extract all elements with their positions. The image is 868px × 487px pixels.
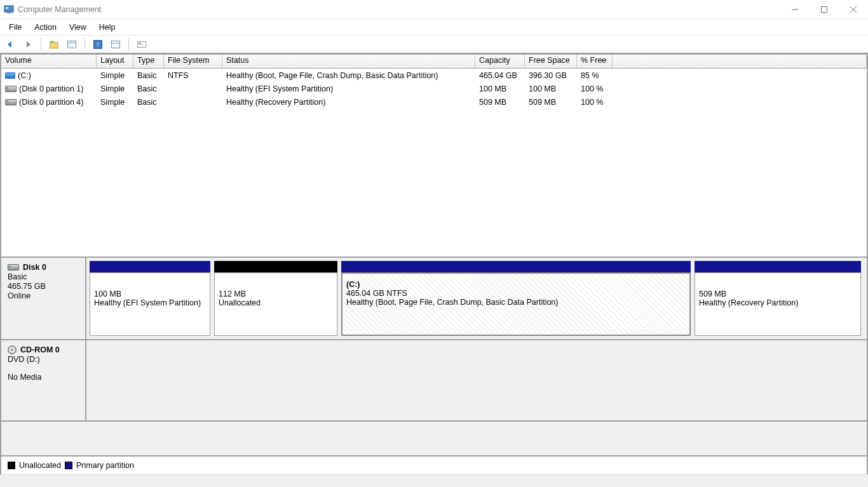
volume-status: Healthy (EFI System Partition) [222, 84, 475, 94]
col-capacity[interactable]: Capacity [475, 55, 525, 68]
forward-button[interactable] [20, 37, 36, 51]
close-button[interactable] [839, 0, 868, 19]
svg-rect-8 [68, 41, 76, 48]
settings-icon[interactable] [134, 37, 149, 51]
legend-swatch-primary [65, 462, 72, 469]
menu-help[interactable]: Help [93, 22, 122, 33]
hdd-icon [8, 264, 19, 270]
legend-swatch-unallocated [8, 462, 15, 469]
help-icon[interactable]: ? [90, 37, 105, 51]
partition-size: 509 MB [699, 290, 857, 298]
volume-list-pane: Volume Layout Type File System Status Ca… [1, 53, 867, 258]
partition-body: (C:)465.04 GB NTFSHealthy (Boot, Page Fi… [341, 272, 691, 336]
partition-size: 100 MB [94, 290, 206, 298]
svg-rect-18 [139, 43, 141, 44]
disk0-state: Online [8, 291, 81, 300]
col-status[interactable]: Status [222, 55, 475, 68]
disk0-map: 100 MBHealthy (EFI System Partition)112 … [86, 258, 867, 339]
minimize-button[interactable] [780, 0, 810, 19]
volume-pfree: 100 % [577, 84, 613, 94]
cdrom-map [86, 340, 867, 420]
volume-layout: Simple [97, 70, 133, 81]
content: Volume Layout Type File System Status Ca… [0, 53, 868, 474]
volume-capacity: 100 MB [475, 84, 525, 94]
volume-fs [164, 88, 222, 90]
volume-free: 509 MB [525, 97, 577, 107]
svg-rect-2 [7, 12, 11, 13]
partition-body: 112 MBUnallocated [214, 272, 337, 336]
partition-label: (C:) [346, 280, 686, 289]
volume-layout: Simple [97, 84, 133, 94]
back-button[interactable] [3, 37, 18, 51]
volume-capacity: 509 MB [475, 97, 525, 107]
col-fs[interactable]: File System [164, 55, 222, 68]
menu-file[interactable]: File [3, 22, 28, 33]
drive-icon [5, 72, 15, 79]
cdrom-info[interactable]: CD-ROM 0 DVD (D:) No Media [1, 340, 86, 420]
menu-action[interactable]: Action [28, 22, 63, 33]
partition-size: 465.04 GB NTFS [346, 289, 686, 298]
volume-header-row: Volume Layout Type File System Status Ca… [1, 55, 867, 69]
disk0-type: Basic [8, 272, 81, 281]
col-filler [613, 55, 867, 68]
svg-rect-7 [50, 43, 58, 48]
partition-body: 509 MBHealthy (Recovery Partition) [695, 272, 861, 336]
volume-free: 396.30 GB [525, 70, 577, 81]
disk0-size: 465.75 GB [8, 282, 81, 291]
volume-row[interactable]: (Disk 0 partition 4)SimpleBasicHealthy (… [1, 95, 867, 109]
list-icon[interactable] [108, 37, 123, 51]
svg-text:?: ? [97, 41, 100, 48]
col-free[interactable]: Free Space [525, 55, 577, 68]
volume-free: 100 MB [525, 84, 577, 94]
volume-row[interactable]: (C:)SimpleBasicNTFSHealthy (Boot, Page F… [1, 69, 867, 82]
partition-status: Healthy (Boot, Page File, Crash Dump, Ba… [346, 298, 686, 307]
partition[interactable]: 509 MBHealthy (Recovery Partition) [695, 261, 861, 336]
col-pfree[interactable]: % Free [577, 55, 613, 68]
partition[interactable]: 112 MBUnallocated [214, 261, 337, 336]
toolbar: ? [0, 36, 868, 53]
maximize-button[interactable] [810, 0, 839, 19]
svg-rect-4 [822, 6, 827, 12]
volume-type: Basic [133, 70, 164, 81]
volume-capacity: 465.04 GB [475, 70, 525, 81]
statusbar [0, 474, 868, 487]
menu-view[interactable]: View [63, 22, 93, 33]
volume-pfree: 100 % [577, 97, 613, 107]
volume-layout: Simple [97, 97, 133, 107]
col-volume[interactable]: Volume [1, 55, 97, 68]
svg-rect-1 [6, 7, 8, 9]
partition-status: Unallocated [219, 298, 333, 307]
volume-status: Healthy (Recovery Partition) [222, 97, 475, 107]
legend: Unallocated Primary partition [1, 455, 867, 474]
disk0-row: Disk 0 Basic 465.75 GB Online 100 MBHeal… [1, 258, 867, 339]
primary-bar [90, 261, 210, 272]
volume-name: (C:) [18, 71, 31, 80]
hdd-icon [5, 86, 17, 92]
cdrom-title: CD-ROM 0 [20, 345, 60, 354]
cdrom-state: No Media [8, 373, 81, 382]
disk-pane-filler [1, 420, 867, 455]
primary-bar [695, 261, 861, 272]
partition[interactable]: (C:)465.04 GB NTFSHealthy (Boot, Page Fi… [341, 261, 691, 336]
cdrom-type: DVD (D:) [8, 355, 81, 364]
col-type[interactable]: Type [133, 55, 164, 68]
partition-size: 112 MB [219, 290, 333, 298]
cdrom-row: CD-ROM 0 DVD (D:) No Media [1, 339, 867, 420]
titlebar: Computer Management [0, 0, 868, 19]
up-icon[interactable] [46, 37, 62, 51]
menubar: File Action View Help [0, 19, 868, 36]
col-layout[interactable]: Layout [97, 55, 133, 68]
volume-row[interactable]: (Disk 0 partition 1)SimpleBasicHealthy (… [1, 82, 867, 95]
calendar-icon[interactable] [64, 37, 79, 51]
volume-type: Basic [133, 97, 164, 107]
disk0-info[interactable]: Disk 0 Basic 465.75 GB Online [1, 258, 86, 339]
volume-type: Basic [133, 84, 164, 94]
disk-graphical-pane: Disk 0 Basic 465.75 GB Online 100 MBHeal… [1, 258, 867, 474]
volume-pfree: 85 % [577, 70, 613, 81]
partition-status: Healthy (EFI System Partition) [94, 298, 206, 307]
hdd-icon [5, 99, 17, 105]
svg-rect-14 [112, 41, 120, 48]
partition[interactable]: 100 MBHealthy (EFI System Partition) [90, 261, 210, 336]
volume-status: Healthy (Boot, Page File, Crash Dump, Ba… [222, 70, 475, 81]
partition-status: Healthy (Recovery Partition) [699, 298, 857, 307]
